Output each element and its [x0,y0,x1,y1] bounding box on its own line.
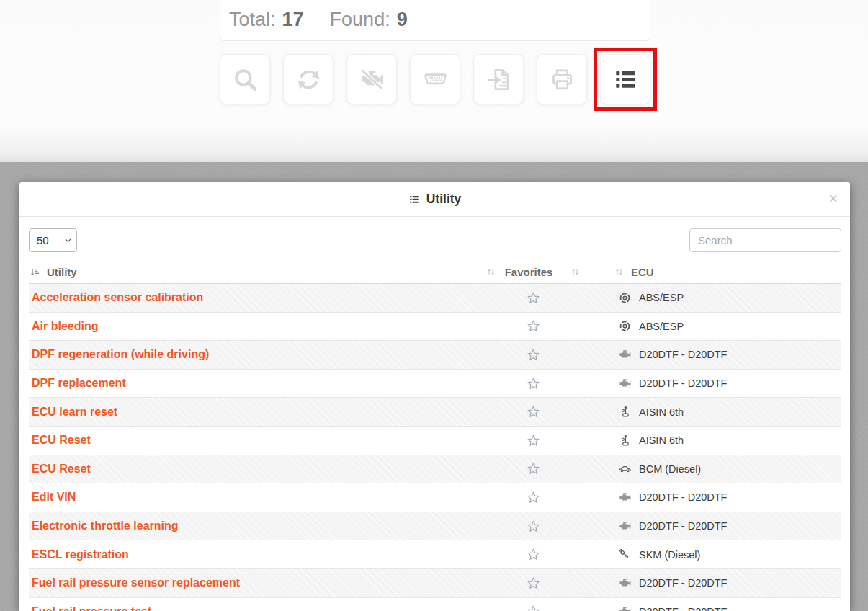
utility-modal: Utility × 50 Utility [19,182,850,611]
ecu-cell: D20DTF - D20DTF [605,519,841,533]
star-icon[interactable] [526,433,541,448]
clear-dtc-button[interactable] [346,54,397,104]
star-icon[interactable] [526,347,541,362]
export-report-button[interactable] [473,54,524,104]
star-icon[interactable] [526,576,541,591]
utility-link[interactable]: Acceleration sensor calibration [32,291,203,303]
favorites-cell [461,404,605,419]
column-header-ecu[interactable]: ECU [605,266,841,278]
table-row: Electronic throttle learning D20DTF - D2… [29,512,841,541]
found-label: Found: [330,9,390,31]
star-icon[interactable] [526,318,541,334]
sort-icon [486,267,496,277]
ecu-label: D20DTF - D20DTF [639,520,727,532]
engine-off-icon [359,66,385,93]
utility-link[interactable]: ESCL registration [32,548,129,561]
star-icon[interactable] [526,461,541,476]
utility-link[interactable]: Edit VIN [32,491,76,503]
ecu-cell: AISIN 6th [605,405,841,419]
gear-shifter-icon [618,405,632,419]
search-button[interactable] [220,54,270,104]
favorites-cell [461,547,605,562]
ecu-label: AISIN 6th [639,406,684,418]
ecu-cell: D20DTF - D20DTF [605,348,841,362]
search-input[interactable] [689,228,841,252]
utility-cell: Fuel rail pressure sensor replacement [29,576,461,589]
refresh-button[interactable] [283,54,334,104]
ecu-label: D20DTF - D20DTF [639,606,727,611]
ecu-cell: D20DTF - D20DTF [605,605,841,611]
brake-disc-icon [618,319,632,333]
favorites-cell [461,433,605,448]
column-label-favorites: Favorites [505,266,553,278]
export-report-icon [486,66,512,93]
table-row: Fuel rail pressure test D20DTF - D20DTF [29,598,841,611]
utility-cell: ECU Reset [29,434,461,447]
table-row: ESCL registration SKM (Diesel) [29,540,841,569]
ecu-cell: D20DTF - D20DTF [605,377,841,391]
modal-header: Utility × [19,182,850,217]
star-icon[interactable] [526,604,541,611]
utility-list-button[interactable] [600,54,650,104]
column-header-utility[interactable]: Utility [29,266,461,278]
star-icon[interactable] [526,376,541,391]
utility-cell: Air bleeding [29,320,461,333]
utility-cell: DPF replacement [29,377,461,390]
table-row: Acceleration sensor calibration ABS/ESP [29,284,841,313]
sort-icon [570,267,581,277]
utility-cell: ECU learn reset [29,406,461,419]
utility-link[interactable]: ECU Reset [32,463,91,475]
scan-stats-line: Total: 17 Found: 9 [229,9,408,31]
favorites-cell [461,290,605,306]
table-row: ECU Reset AISIN 6th [29,427,841,455]
refresh-icon [295,66,322,93]
ecu-cell: D20DTF - D20DTF [605,491,841,504]
favorites-cell [461,318,605,334]
utility-link[interactable]: Electronic throttle learning [32,519,179,532]
ecu-cell: AISIN 6th [605,434,841,447]
sort-amount-icon [30,267,40,277]
star-icon[interactable] [526,519,541,534]
modal-title-text: Utility [426,192,462,207]
ecu-cell: ABS/ESP [605,319,841,333]
close-icon[interactable]: × [826,188,841,210]
utility-link[interactable]: ECU learn reset [32,406,117,418]
star-icon[interactable] [526,290,541,306]
utility-cell: Acceleration sensor calibration [29,291,461,304]
obd-connector-button[interactable] [410,54,460,104]
annotation-highlight-box [594,48,657,111]
utility-link[interactable]: ECU Reset [32,434,91,446]
star-icon[interactable] [526,547,541,562]
car-icon [618,462,632,476]
ecu-cell: SKM (Diesel) [605,548,841,561]
utility-link[interactable]: Air bleeding [32,320,98,332]
favorites-cell [461,461,605,476]
search-icon [232,66,259,93]
utility-link[interactable]: Fuel rail pressure test [32,605,151,611]
table-controls: 50 [29,228,841,252]
modal-body: 50 Utility Favorites ECU [19,217,850,611]
column-label-ecu: ECU [631,266,654,278]
ecu-label: D20DTF - D20DTF [639,349,727,360]
favorites-cell [461,376,605,391]
star-icon[interactable] [526,490,541,505]
utility-link[interactable]: DPF regeneration (while driving) [32,348,209,360]
table-header-row: Utility Favorites ECU [29,261,841,284]
star-icon[interactable] [526,404,541,419]
scan-stats-box: Total: 17 Found: 9 [220,0,650,41]
column-header-favorites[interactable]: Favorites [461,266,605,278]
utility-cell: Electronic throttle learning [29,519,461,532]
table-row: ECU learn reset AISIN 6th [29,398,841,427]
ecu-cell: ABS/ESP [605,291,841,305]
table-row: Fuel rail pressure sensor replacement D2… [29,569,841,598]
page-size-select[interactable]: 50 [29,228,77,252]
engine-icon [618,576,632,590]
ecu-label: AISIN 6th [639,434,684,446]
utility-cell: Edit VIN [29,491,461,504]
gear-shifter-icon [618,434,632,447]
print-button[interactable] [537,54,587,104]
ecu-label: D20DTF - D20DTF [639,577,727,589]
utility-cell: ESCL registration [29,548,461,561]
utility-link[interactable]: Fuel rail pressure sensor replacement [32,576,240,589]
utility-link[interactable]: DPF replacement [32,377,126,389]
